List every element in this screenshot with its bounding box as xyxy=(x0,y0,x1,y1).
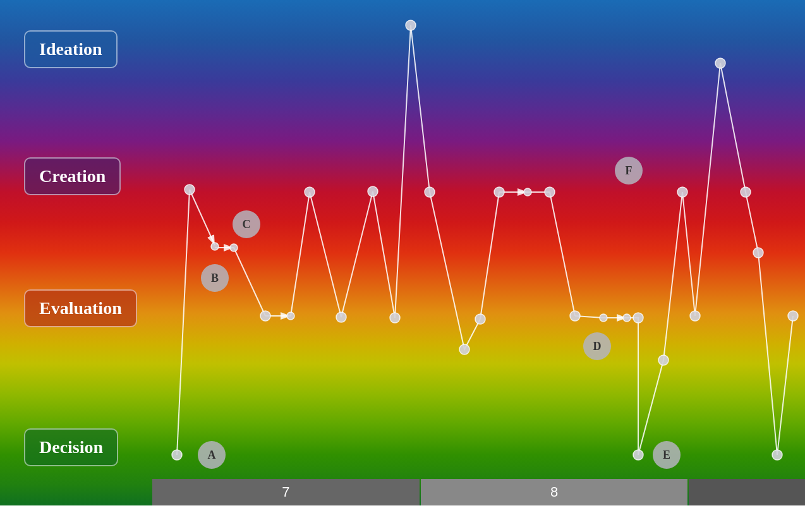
svg-point-34 xyxy=(772,450,782,460)
chart-container: Ideation Creation Evaluation Decision xyxy=(0,0,805,505)
svg-point-12 xyxy=(305,187,315,197)
svg-point-13 xyxy=(336,312,346,322)
svg-point-16 xyxy=(406,20,416,30)
svg-point-9 xyxy=(230,244,238,251)
svg-point-26 xyxy=(633,313,643,323)
svg-point-33 xyxy=(753,248,763,258)
svg-text:D: D xyxy=(593,340,602,353)
svg-point-24 xyxy=(600,314,607,322)
svg-point-22 xyxy=(545,187,555,197)
svg-point-25 xyxy=(623,314,631,322)
axis-section-8: 8 xyxy=(421,479,688,505)
svg-text:F: F xyxy=(626,164,632,177)
chart-svg: A B C D E F xyxy=(0,0,805,505)
axis-bar: 7 8 9 xyxy=(152,479,805,505)
svg-point-6 xyxy=(172,450,182,460)
svg-point-21 xyxy=(524,188,531,196)
svg-point-15 xyxy=(390,313,400,323)
svg-point-28 xyxy=(658,355,669,365)
svg-line-1 xyxy=(190,190,215,245)
svg-point-35 xyxy=(788,311,798,321)
svg-point-17 xyxy=(425,187,435,197)
svg-point-27 xyxy=(633,450,643,460)
svg-text:B: B xyxy=(211,272,219,284)
svg-point-23 xyxy=(570,311,580,321)
svg-point-11 xyxy=(287,312,294,320)
svg-text:A: A xyxy=(208,449,216,461)
axis-section-9: 9 xyxy=(689,479,805,505)
svg-point-30 xyxy=(690,311,700,321)
svg-point-7 xyxy=(185,184,195,195)
svg-point-32 xyxy=(741,187,751,197)
svg-point-31 xyxy=(715,58,725,68)
svg-text:C: C xyxy=(243,218,251,231)
svg-point-18 xyxy=(459,344,469,354)
svg-point-29 xyxy=(677,187,687,197)
svg-point-10 xyxy=(260,311,270,321)
axis-section-7: 7 xyxy=(152,479,420,505)
svg-point-20 xyxy=(494,187,504,197)
svg-point-8 xyxy=(211,243,219,250)
svg-point-14 xyxy=(368,186,378,196)
svg-point-19 xyxy=(475,314,485,324)
svg-text:E: E xyxy=(663,449,670,461)
